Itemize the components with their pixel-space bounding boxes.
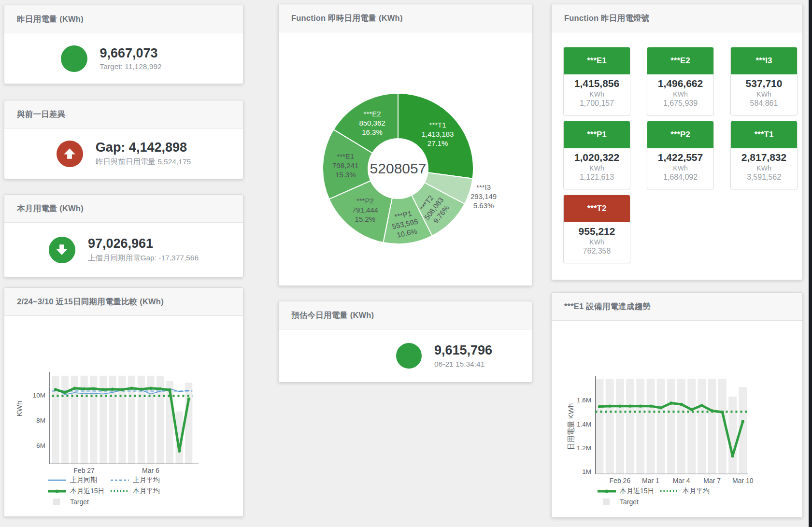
target-bar bbox=[606, 379, 614, 474]
series-point bbox=[608, 404, 611, 407]
legend-item[interactable]: Target bbox=[598, 498, 660, 506]
y-tick-label: 1.6M bbox=[577, 397, 591, 404]
light-tile: ***P21,422,557KWh1,684,092 bbox=[647, 121, 714, 189]
target-bar bbox=[667, 379, 675, 474]
tile-unit: KWh bbox=[564, 90, 630, 98]
x-tick-label: Feb 27 bbox=[73, 467, 95, 474]
panel-title: Function 昨日用電燈號 bbox=[564, 13, 649, 24]
panel-title: Function 即時日用電量 (KWh) bbox=[291, 13, 403, 24]
tile-value: 955,212 bbox=[564, 226, 630, 237]
series-point bbox=[130, 387, 133, 390]
target-bar bbox=[728, 397, 737, 474]
legend-label: Target bbox=[70, 498, 89, 506]
series-point bbox=[64, 391, 67, 394]
target-bar bbox=[657, 379, 665, 474]
series-point bbox=[168, 388, 171, 391]
tile-target-value: 1,675,939 bbox=[647, 99, 713, 108]
tile-status-header: ***T1 bbox=[731, 121, 797, 148]
series-point bbox=[159, 387, 162, 390]
panel-header[interactable]: Function 昨日用電燈號 bbox=[552, 4, 802, 32]
tile-target-value: 584,861 bbox=[731, 99, 797, 108]
panel-yesterday-lights: Function 昨日用電燈號 ***E11,415,856KWh1,700,1… bbox=[551, 4, 803, 280]
tile-unit: KWh bbox=[647, 164, 713, 172]
series-point bbox=[187, 398, 190, 400]
panel-15day-compare-chart: 2/24~3/10 近15日同期用電量比較 (KWh) 6M8M10MFeb 2… bbox=[4, 287, 243, 517]
tile-status-header: ***I3 bbox=[731, 47, 797, 74]
target-bar bbox=[677, 379, 685, 474]
panel-header[interactable]: 昨日用電量 (KWh) bbox=[4, 5, 243, 33]
realtime-donut-chart: ***T11,413,18327.1%***I3293,1495.63%***T… bbox=[279, 4, 532, 285]
y-tick-label: 10M bbox=[33, 392, 45, 399]
tile-status-header: ***E2 bbox=[647, 47, 713, 74]
stat-subtext: Target: 11,128,992 bbox=[100, 62, 187, 71]
panel-title: 本月用電量 (KWh) bbox=[17, 203, 84, 214]
tile-unit: KWh bbox=[647, 90, 713, 98]
series-point bbox=[54, 388, 57, 391]
panel-title: 預估今日用電量 (KWh) bbox=[291, 310, 374, 321]
legend-sample-dot-icon bbox=[111, 487, 129, 495]
arrow-up-icon bbox=[57, 141, 83, 167]
panel-header[interactable]: ***E1 設備用電達成趨勢 bbox=[552, 293, 802, 321]
legend-item[interactable]: 本月平均 bbox=[660, 487, 723, 496]
light-tile: ***P11,020,322KWh1,121,613 bbox=[563, 121, 630, 189]
y-tick-label: 1.4M bbox=[577, 421, 591, 428]
stat-subtext: 上個月同期用電Gap: -17,377,566 bbox=[88, 253, 199, 263]
legend-sample-thick-icon bbox=[598, 487, 616, 495]
target-bar bbox=[596, 379, 604, 474]
tile-value: 537,710 bbox=[731, 78, 797, 89]
target-bar bbox=[626, 379, 634, 474]
tile-unit: KWh bbox=[564, 164, 630, 172]
x-tick-label: Mar 10 bbox=[732, 477, 754, 484]
legend-item[interactable]: 本月平均 bbox=[111, 487, 173, 496]
target-bar bbox=[708, 379, 716, 474]
series-point bbox=[721, 411, 724, 413]
stat-value: Gap: 4,142,898 bbox=[96, 140, 191, 155]
series-point bbox=[101, 388, 104, 391]
legend-label: 本月近15日 bbox=[620, 487, 655, 496]
legend-item[interactable]: 上月平均 bbox=[111, 476, 173, 484]
tile-status-header: ***P2 bbox=[647, 121, 713, 148]
panel-header[interactable]: 本月用電量 (KWh) bbox=[4, 195, 243, 223]
legend-sample-box-icon bbox=[48, 498, 66, 506]
status-circle-green bbox=[396, 343, 422, 369]
panel-gap-previous-day: 與前一日差異 Gap: 4,142,898 昨日與前日用電量 5,524,175 bbox=[4, 100, 243, 179]
stat-value: 9,615,796 bbox=[434, 343, 512, 358]
tile-status-header: ***P1 bbox=[564, 121, 630, 148]
panel-header[interactable]: 與前一日差異 bbox=[4, 100, 243, 128]
series-point bbox=[741, 420, 744, 423]
series-point bbox=[731, 455, 734, 457]
tile-target-value: 3,591,562 bbox=[731, 173, 797, 182]
legend-item[interactable]: Target bbox=[48, 498, 111, 506]
y-axis-label: 日用電量 KWh bbox=[567, 403, 575, 450]
legend-item[interactable]: 本月近15日 bbox=[598, 487, 660, 496]
panel-header[interactable]: Function 即時日用電量 (KWh) bbox=[279, 4, 532, 32]
series-point bbox=[690, 408, 693, 411]
series-point bbox=[649, 404, 652, 407]
donut-slice-label: ***I3293,1495.63% bbox=[470, 183, 497, 210]
legend-item[interactable]: 上月同期 bbox=[48, 476, 111, 484]
x-tick-label: Mar 4 bbox=[673, 477, 690, 484]
legend-label: Target bbox=[620, 498, 639, 506]
legend-sample-dash-icon bbox=[111, 476, 129, 484]
panel-header[interactable]: 預估今日用電量 (KWh) bbox=[279, 301, 532, 329]
donut-center-total: 5208057 bbox=[370, 160, 427, 176]
target-bar bbox=[687, 379, 696, 474]
window-scrollbar[interactable] bbox=[809, 0, 812, 527]
panel-title: ***E1 設備用電達成趨勢 bbox=[564, 301, 651, 312]
light-tile: ***T2955,212KWh762,358 bbox=[563, 195, 630, 263]
y-tick-label: 1M bbox=[582, 468, 591, 475]
legend-item[interactable]: 本月近15日 bbox=[48, 487, 111, 496]
series-point bbox=[598, 405, 601, 408]
series-point bbox=[92, 387, 95, 390]
series-point bbox=[700, 404, 703, 407]
panel-header[interactable]: 2/24~3/10 近15日同期用電量比較 (KWh) bbox=[4, 288, 243, 316]
y-axis-label: KWh bbox=[15, 401, 23, 417]
panel-title: 2/24~3/10 近15日同期用電量比較 (KWh) bbox=[17, 297, 164, 307]
legend-label: 本月平均 bbox=[683, 487, 710, 496]
tile-target-value: 1,700,157 bbox=[564, 99, 630, 108]
legend-label: 上月同期 bbox=[70, 476, 97, 484]
series-point bbox=[639, 404, 642, 407]
stat-value: 97,026,961 bbox=[88, 236, 199, 251]
x-tick-label: Mar 6 bbox=[142, 467, 159, 474]
y-tick-label: 8M bbox=[36, 417, 45, 424]
